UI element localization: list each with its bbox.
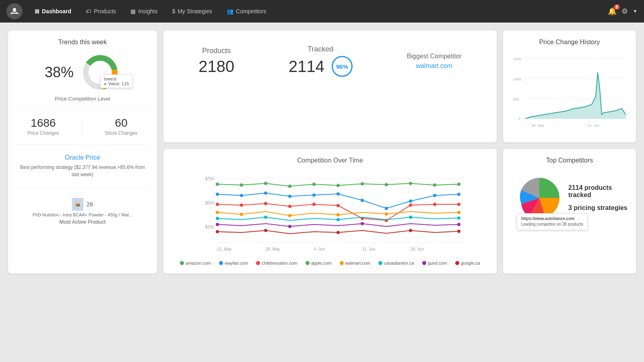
dashboard-icon: ⊞ (35, 8, 39, 14)
svg-point-54 (385, 212, 388, 216)
legend-label-wayfair: wayfair.com (225, 261, 248, 265)
legend-childrensalon: childrensalon.com (256, 261, 297, 265)
divider-2 (16, 144, 149, 144)
chevron-down-icon: ▼ (633, 8, 638, 14)
svg-point-24 (385, 183, 388, 186)
notification-badge: 8 (614, 4, 620, 10)
svg-point-34 (361, 199, 364, 202)
top-competitors-title: Top Competitors (511, 157, 628, 164)
svg-point-64 (457, 223, 460, 226)
svg-point-53 (336, 213, 340, 216)
svg-text:11. Jun: 11. Jun (362, 247, 376, 251)
svg-text:11. Jun: 11. Jun (588, 123, 600, 128)
tooltip-value: Value: 115 (108, 81, 129, 86)
price-history-card: Price Change History 1500 1000 500 0 28.… (503, 31, 636, 142)
price-history-chart: 1500 1000 500 0 28. May 11. Jun (511, 52, 628, 133)
svg-point-56 (216, 217, 219, 220)
svg-point-51 (240, 213, 243, 216)
products-metric-value: 2180 (198, 58, 234, 76)
oracle-section: Oracle Price Best performing strategy ($… (16, 149, 149, 183)
competitors-icon: 👥 (227, 8, 233, 14)
svg-point-62 (288, 225, 291, 228)
stock-changes-count: 60 (105, 117, 137, 130)
legend-dot-canadiantire (378, 261, 382, 265)
svg-point-23 (361, 182, 364, 185)
vertical-divider (82, 117, 82, 136)
svg-point-48 (433, 203, 436, 206)
svg-point-27 (457, 183, 460, 186)
tracked-metric-label: Tracked (289, 45, 353, 53)
legend-label-walmart: walmart.com (345, 261, 370, 265)
oracle-desc: Best performing strategy ($2,377.94 reve… (16, 164, 149, 178)
svg-text:1000: 1000 (513, 77, 521, 81)
product-change-count: 28 (87, 201, 93, 208)
price-changes-label: Price Changes (27, 130, 59, 136)
svg-point-66 (264, 229, 267, 232)
divider-3 (16, 188, 149, 188)
nav-strategies[interactable]: $ My Strategies (167, 5, 218, 18)
svg-point-52 (288, 214, 291, 217)
pie-chart: https://www.autohance.com Leading compet… (515, 174, 564, 222)
tracked-value: 2114 (289, 58, 324, 76)
svg-point-25 (409, 182, 412, 185)
price-changes-stat: 1686 Price Changes (27, 117, 59, 136)
svg-point-60 (457, 216, 460, 220)
svg-point-69 (457, 230, 460, 233)
legend-google: google.ca (455, 261, 480, 265)
most-active-label: Most Active Product (16, 219, 149, 225)
price-changes-count: 1686 (27, 117, 59, 130)
product-name: PhD Nutrition - Intra BCAA+ Powder - 450… (16, 212, 149, 217)
tooltip-competitor-desc: Leading competitor on 38 products (521, 222, 583, 227)
svg-point-68 (409, 229, 412, 232)
insights-icon: ▦ (130, 8, 136, 14)
donut-tooltip: lowest ●Value: 115 (100, 74, 132, 88)
nav-insights[interactable]: ▦ Insights (125, 5, 163, 18)
metrics-row: Products 2180 Tracked 2114 96% Biggest C… (171, 39, 489, 83)
settings-icon[interactable]: ⚙ (621, 7, 628, 16)
svg-point-36 (409, 200, 412, 203)
notifications-button[interactable]: 🔔 8 (608, 7, 617, 16)
legend-label-childrensalon: childrensalon.com (262, 261, 297, 265)
tracked-badge: 96% (332, 56, 353, 77)
legend-label-apple: apple.com (311, 261, 332, 265)
top-competitors-card: Top Competitors (503, 149, 636, 274)
nav-products[interactable]: 🏷 Products (80, 5, 122, 18)
svg-text:$250: $250 (205, 225, 215, 229)
svg-point-47 (409, 204, 412, 207)
svg-point-49 (457, 203, 460, 206)
legend-dot-walmart (340, 261, 344, 265)
nav-logo (6, 3, 23, 19)
svg-point-31 (288, 195, 291, 198)
svg-point-19 (264, 182, 267, 185)
svg-point-58 (336, 218, 340, 221)
competitor-value[interactable]: walmart.com (407, 62, 462, 70)
svg-text:$750: $750 (205, 177, 215, 181)
products-icon: 🏷 (86, 8, 91, 14)
svg-point-22 (336, 184, 340, 187)
stock-changes-label: Stock Changes (105, 130, 137, 136)
svg-point-20 (288, 185, 291, 188)
svg-point-32 (312, 193, 316, 197)
trends-card: Trends this week 38% lowest ●Value: 115 … (8, 31, 157, 274)
nav-dashboard[interactable]: ⊞ Dashboard (29, 5, 77, 18)
svg-text:21. May: 21. May (217, 247, 232, 251)
svg-point-44 (336, 204, 340, 207)
oracle-title[interactable]: Oracle Price (16, 154, 149, 161)
legend-label-canadiantire: canadiantire.ca (384, 261, 414, 265)
nav-competitors[interactable]: 👥 Competitors (221, 5, 272, 18)
svg-text:28. May: 28. May (531, 123, 545, 128)
tooltip-label: lowest (104, 76, 129, 81)
competition-card: Competition Over Time $750 $500 $250 21.… (163, 149, 497, 274)
pie-tooltip: https://www.autohance.com Leading compet… (517, 213, 588, 230)
svg-text:28. May: 28. May (266, 247, 280, 251)
svg-point-30 (264, 191, 267, 195)
legend-dot-wayfair (219, 261, 223, 265)
svg-point-40 (240, 204, 243, 207)
products-metric-label: Products (198, 47, 234, 55)
svg-point-65 (216, 230, 219, 233)
competition-chart: $750 $500 $250 21. May 28. May 4. Jun 11… (171, 169, 489, 257)
legend-dot-gund (422, 261, 426, 265)
price-competition-label: Price Competition Level (16, 96, 149, 102)
svg-point-41 (264, 202, 267, 205)
donut-chart: lowest ●Value: 115 (80, 52, 120, 93)
